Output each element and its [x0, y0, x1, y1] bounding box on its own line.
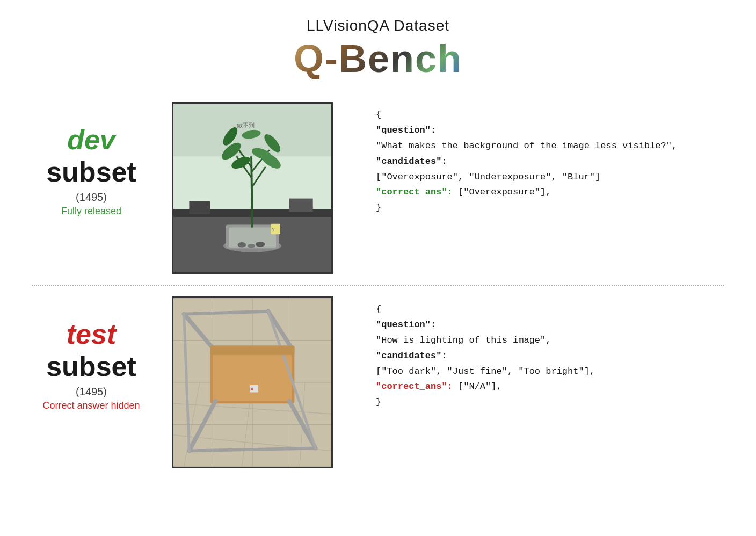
test-section-label: test subset (1495) Correct answer hidden — [32, 296, 150, 411]
header-subtitle: LLVisionQA Dataset — [294, 17, 462, 34]
test-correct-ans-key: "correct_ans": — [376, 381, 453, 392]
dev-candidates-val: ["Overexposure", "Underexposure", "Blur"… — [376, 170, 713, 185]
test-image-frame: ♥ — [172, 296, 333, 468]
test-code-close: } — [376, 395, 713, 410]
test-subset-title: test subset — [32, 318, 150, 382]
svg-line-11 — [251, 156, 252, 227]
dev-image-container: 做不到 — [172, 102, 344, 274]
header: LLVisionQA Dataset Q-Bench — [294, 17, 462, 81]
svg-rect-49 — [210, 345, 295, 355]
test-count: (1495) — [32, 386, 150, 398]
chair-scene-svg: ♥ — [173, 298, 331, 467]
svg-rect-24 — [289, 199, 313, 212]
test-question-key-label: "question": — [376, 320, 436, 330]
dev-correct-ans-line: "correct_ans": ["Overexposure"], — [376, 185, 713, 200]
dev-candidates-key: "candidates": — [376, 154, 713, 170]
test-candidates-val: ["Too dark", "Just fine", "Too bright"], — [376, 364, 713, 380]
dev-correct-ans-val: ["Overexposure"], — [458, 187, 551, 197]
dev-correct-ans-key: "correct_ans": — [376, 187, 453, 197]
svg-rect-23 — [189, 201, 210, 215]
svg-point-9 — [248, 244, 255, 248]
dev-question-key: "question": — [376, 123, 713, 139]
dev-candidates-key-label: "candidates": — [376, 156, 447, 166]
dev-section-label: dev subset (1495) Fully released — [32, 102, 150, 217]
dev-image-frame: 做不到 — [172, 102, 333, 274]
test-rest: subset — [46, 351, 136, 382]
test-candidates-key-label: "candidates": — [376, 351, 447, 361]
test-correct-ans-val: ["N/A"], — [458, 381, 502, 392]
dev-count: (1495) — [32, 191, 150, 204]
test-code-open: { — [376, 302, 713, 317]
test-status: Correct answer hidden — [32, 400, 150, 411]
svg-text:♥: ♥ — [251, 387, 253, 393]
dev-section-row: dev subset (1495) Fully released 做不到 — [0, 91, 756, 285]
test-code-block: { "question": "How is lighting of this i… — [365, 296, 724, 416]
test-correct-ans-line: "correct_ans": ["N/A"], — [376, 379, 713, 395]
test-question-val: "How is lighting of this image", — [376, 333, 713, 349]
test-candidates-key: "candidates": — [376, 349, 713, 364]
header-title: Q-Bench — [294, 37, 462, 81]
dev-keyword: dev — [67, 124, 115, 155]
test-keyword: test — [67, 318, 116, 350]
dev-code-block: { "question": "What makes the background… — [365, 102, 724, 221]
svg-rect-40 — [213, 348, 292, 401]
dev-rest: subset — [46, 156, 136, 187]
test-question-key: "question": — [376, 317, 713, 333]
svg-text:5: 5 — [272, 227, 274, 233]
main-content: dev subset (1495) Fully released 做不到 — [0, 91, 756, 479]
svg-point-8 — [238, 242, 246, 248]
svg-text:做不到: 做不到 — [237, 122, 255, 128]
svg-point-10 — [256, 242, 265, 247]
dev-subset-title: dev subset — [32, 124, 150, 188]
dev-status: Fully released — [32, 206, 150, 217]
test-image-container: ♥ — [172, 296, 344, 468]
test-section-row: test subset (1495) Correct answer hidden — [0, 286, 756, 479]
dev-code-close: } — [376, 200, 713, 216]
dev-code-open: { — [376, 107, 713, 123]
dev-question-key-label: "question": — [376, 125, 436, 135]
dev-question-val: "What makes the background of the image … — [376, 139, 713, 154]
plant-scene-svg: 做不到 — [173, 104, 331, 272]
